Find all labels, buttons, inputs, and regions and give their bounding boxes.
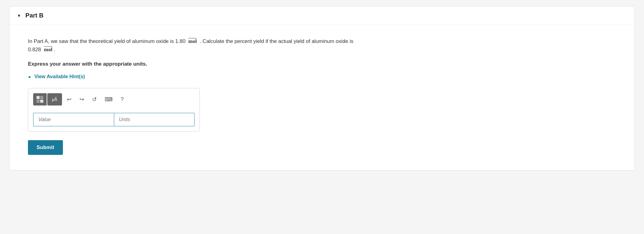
page-container: ▼ Part B In Part A, we saw that the theo… [0, 0, 644, 234]
value-input[interactable] [33, 113, 114, 126]
mol-1: mol [188, 38, 197, 44]
instruction-text: Express your answer with the appropriate… [28, 61, 616, 67]
redo-button[interactable]: ↪ [76, 93, 87, 105]
input-row [33, 113, 195, 126]
question-text-3: 0.828 [28, 47, 41, 52]
hint-arrow-icon: ► [28, 75, 32, 79]
hint-link[interactable]: ► View Available Hint(s) [28, 74, 616, 79]
reset-button[interactable]: ↺ [89, 93, 100, 105]
submit-container: Submit [28, 140, 616, 155]
question-text: In Part A, we saw that the theoretical y… [28, 37, 616, 54]
sq2 [40, 96, 43, 99]
part-section: ▼ Part B In Part A, we saw that the theo… [9, 6, 635, 171]
mol-2: mol [44, 47, 52, 52]
help-button[interactable]: ? [118, 93, 127, 105]
toolbar-btn-group-1: μÅ [33, 93, 62, 105]
question-text-1: In Part A, we saw that the theoretical y… [28, 38, 185, 44]
part-header: ▼ Part B [10, 6, 634, 25]
units-input[interactable] [114, 113, 195, 126]
undo-button[interactable]: ↩ [64, 93, 75, 105]
toolbar: μÅ ↩ ↪ ↺ ⌨ ? [33, 93, 195, 109]
chevron-down-icon[interactable]: ▼ [17, 13, 21, 18]
question-text-4: . [54, 47, 55, 52]
part-content: In Part A, we saw that the theoretical y… [10, 25, 634, 170]
template-button[interactable] [33, 93, 47, 105]
submit-button[interactable]: Submit [28, 140, 63, 155]
part-title: Part B [25, 12, 44, 19]
template-icon [37, 96, 43, 103]
hint-label: View Available Hint(s) [34, 74, 85, 79]
sq3 [37, 100, 40, 103]
answer-box: μÅ ↩ ↪ ↺ ⌨ ? [28, 88, 200, 132]
symbol-label: μÅ [52, 97, 57, 102]
sq1 [37, 96, 40, 99]
keyboard-button[interactable]: ⌨ [102, 93, 116, 105]
question-text-2: . Calculate the percent yield if the act… [200, 38, 353, 44]
symbol-button[interactable]: μÅ [47, 93, 62, 105]
sq4 [40, 100, 43, 103]
